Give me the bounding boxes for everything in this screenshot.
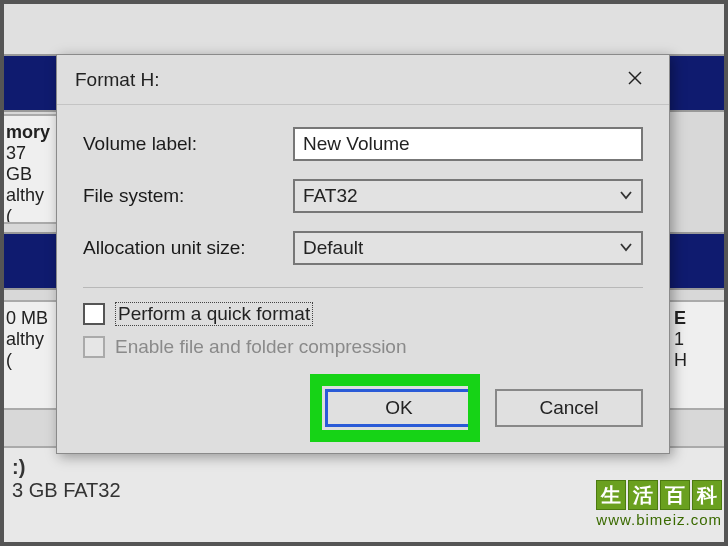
- chevron-down-icon: [619, 185, 633, 207]
- allocation-size-select[interactable]: Default: [293, 231, 643, 265]
- bg-bottom-info: :) 3 GB FAT32: [0, 446, 728, 546]
- ok-button[interactable]: OK: [325, 389, 473, 427]
- quick-format-checkbox-row[interactable]: Perform a quick format: [83, 302, 643, 326]
- allocation-size-value: Default: [303, 237, 363, 259]
- allocation-size-label: Allocation unit size:: [83, 237, 293, 259]
- bg-text: 37 GB: [6, 143, 54, 185]
- bg-text: 1: [674, 329, 722, 350]
- bg-text: E: [674, 308, 722, 329]
- bg-panel-2: 0 MB althy (: [0, 300, 60, 410]
- cancel-button[interactable]: Cancel: [495, 389, 643, 427]
- bg-text: 3 GB FAT32: [12, 479, 716, 502]
- cancel-button-label: Cancel: [539, 397, 598, 419]
- divider: [83, 287, 643, 288]
- volume-label-input[interactable]: New Volume: [293, 127, 643, 161]
- file-system-value: FAT32: [303, 185, 358, 207]
- file-system-label: File system:: [83, 185, 293, 207]
- close-button[interactable]: [615, 62, 655, 98]
- close-icon: [627, 68, 643, 91]
- dialog-button-row: OK Cancel: [83, 389, 643, 443]
- file-system-select[interactable]: FAT32: [293, 179, 643, 213]
- dialog-content: Volume label: New Volume File system: FA…: [57, 105, 669, 453]
- bg-text: :): [12, 456, 716, 479]
- chevron-down-icon: [619, 237, 633, 259]
- volume-label-value: New Volume: [303, 133, 410, 155]
- bg-panel-1: mory 37 GB althy (: [0, 114, 60, 224]
- bg-text: althy (: [6, 329, 54, 371]
- quick-format-label: Perform a quick format: [115, 302, 313, 326]
- enable-compression-checkbox-row: Enable file and folder compression: [83, 336, 643, 358]
- ok-button-label: OK: [385, 397, 412, 419]
- bg-text: althy (: [6, 185, 54, 224]
- enable-compression-label: Enable file and folder compression: [115, 336, 407, 358]
- dialog-titlebar: Format H:: [57, 55, 669, 105]
- dialog-title: Format H:: [75, 69, 159, 91]
- checkbox-icon: [83, 336, 105, 358]
- bg-text: H: [674, 350, 722, 371]
- checkbox-icon: [83, 303, 105, 325]
- bg-panel-3: E 1 H: [668, 300, 728, 410]
- bg-text: 0 MB: [6, 308, 54, 329]
- format-dialog: Format H: Volume label: New Volume File …: [56, 54, 670, 454]
- volume-label-label: Volume label:: [83, 133, 293, 155]
- bg-text: mory: [6, 122, 54, 143]
